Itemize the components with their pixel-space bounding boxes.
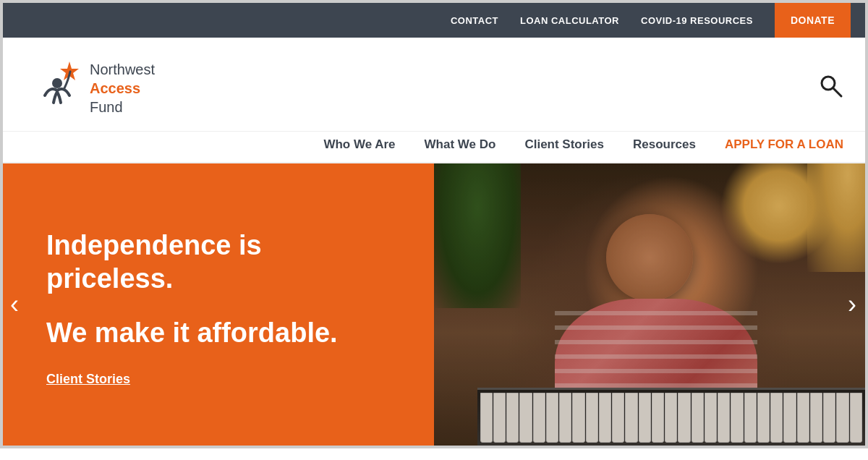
search-icon[interactable] (817, 72, 843, 103)
site-header: Northwest Access Fund (3, 38, 865, 132)
covid-resources-link[interactable]: COVID-19 RESOURCES (641, 15, 753, 26)
logo-svg (25, 56, 90, 121)
photo-overlay (434, 163, 865, 446)
logo-line3: Fund (90, 99, 123, 115)
page-wrapper: CONTACT LOAN CALCULATOR COVID-19 RESOURC… (0, 0, 868, 448)
logo-text: Northwest Access Fund (90, 60, 155, 116)
donate-button[interactable]: DONATE (775, 3, 851, 38)
logo[interactable]: Northwest Access Fund (25, 56, 155, 121)
hero-section: ‹ Independence is priceless. We make it … (3, 163, 865, 446)
hero-tagline-1: Independence is priceless. (46, 229, 391, 295)
nav-who-we-are[interactable]: Who We Are (323, 137, 395, 152)
hero-right-image: › (434, 163, 865, 446)
nav-bar: Who We Are What We Do Client Stories Res… (3, 132, 865, 163)
loan-calculator-link[interactable]: LOAN CALCULATOR (520, 15, 619, 26)
svg-line-3 (833, 88, 841, 96)
top-bar: CONTACT LOAN CALCULATOR COVID-19 RESOURC… (3, 3, 865, 38)
nav-apply-for-loan[interactable]: APPLY FOR A LOAN (725, 137, 843, 152)
logo-line2: Access (90, 80, 140, 96)
svg-point-1 (52, 78, 62, 88)
prev-slide-button[interactable]: ‹ (10, 289, 19, 320)
hero-client-stories-link[interactable]: Client Stories (46, 372, 391, 387)
nav-what-we-do[interactable]: What We Do (425, 137, 496, 152)
logo-line1: Northwest (90, 61, 155, 77)
contact-link[interactable]: CONTACT (451, 15, 498, 26)
nav-client-stories[interactable]: Client Stories (524, 137, 604, 152)
next-slide-button[interactable]: › (848, 289, 856, 320)
nav-resources[interactable]: Resources (633, 137, 696, 152)
hero-left-panel: ‹ Independence is priceless. We make it … (3, 163, 434, 446)
logo-icon (25, 56, 90, 121)
hero-tagline-2: We make it affordable. (46, 317, 391, 350)
